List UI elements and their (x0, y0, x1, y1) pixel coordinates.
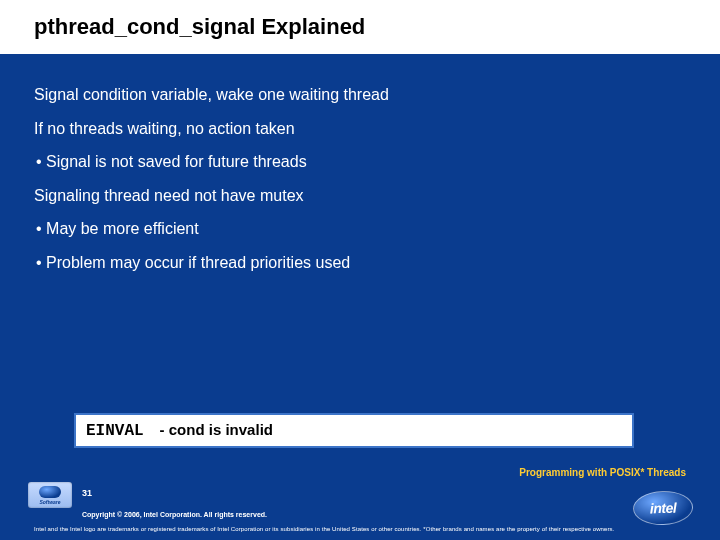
intel-oval-icon: intel (632, 490, 693, 526)
slide-title: pthread_cond_signal Explained (34, 14, 686, 40)
trademark-text: Intel and the Intel logo are trademarks … (34, 526, 614, 532)
chip-icon (39, 486, 61, 498)
error-description: - cond is invalid (160, 421, 273, 438)
paragraph: Signaling thread need not have mutex (34, 185, 686, 207)
slide-content: Signal condition variable, wake one wait… (0, 54, 720, 274)
error-box: EINVAL - cond is invalid (74, 413, 634, 448)
footer: Software 31 Copyright © 2006, Intel Corp… (0, 484, 720, 540)
error-code: EINVAL (86, 422, 144, 440)
slide: pthread_cond_signal Explained Signal con… (0, 0, 720, 540)
bullet-item: May be more efficient (34, 218, 686, 240)
bullet-item: Signal is not saved for future threads (34, 151, 686, 173)
paragraph: If no threads waiting, no action taken (34, 118, 686, 140)
copyright-text: Copyright © 2006, Intel Corporation. All… (82, 511, 267, 518)
bullet-item: Problem may occur if thread priorities u… (34, 252, 686, 274)
paragraph: Signal condition variable, wake one wait… (34, 84, 686, 106)
intel-logo-text: intel (650, 500, 677, 517)
intel-logo-icon: intel (632, 490, 694, 526)
software-label: Software (39, 499, 60, 505)
intel-software-badge-icon: Software (28, 482, 72, 508)
page-number: 31 (82, 488, 92, 498)
course-title: Programming with POSIX* Threads (519, 467, 686, 478)
title-bar: pthread_cond_signal Explained (0, 0, 720, 54)
